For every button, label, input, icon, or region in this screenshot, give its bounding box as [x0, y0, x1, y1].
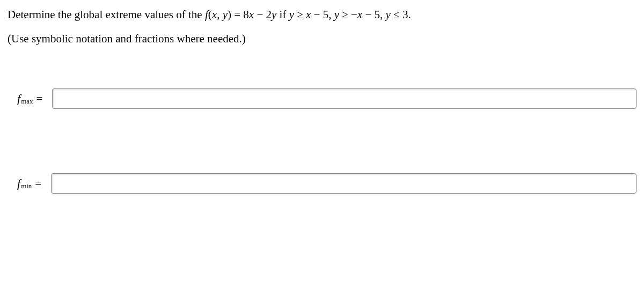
c2-y: y: [334, 8, 339, 21]
c2-ge: ≥ −: [339, 8, 357, 21]
c1-m5: − 5,: [311, 8, 334, 21]
fmin-f: f: [17, 176, 20, 190]
if-text: if: [276, 8, 289, 21]
term-x1: x: [249, 8, 254, 21]
paren-close: ): [228, 8, 231, 21]
paren-open: (: [208, 8, 212, 21]
c1-y: y: [289, 8, 294, 21]
question-prefix: Determine the global extreme values of t…: [8, 8, 205, 21]
fmax-equals: =: [36, 92, 43, 106]
fmin-sub: min: [21, 182, 32, 190]
c3-y: y: [386, 8, 391, 21]
equals-8: = 8: [231, 8, 249, 21]
fmax-label: fmax =: [17, 92, 42, 106]
term-y1: y: [272, 8, 276, 21]
fmin-row: fmin =: [8, 173, 636, 194]
c3-le: ≤ 3.: [391, 8, 411, 21]
fmin-equals: =: [35, 177, 41, 190]
minus-2: − 2: [254, 8, 272, 21]
question-text: Determine the global extreme values of t…: [8, 6, 636, 24]
fmin-label: fmin =: [17, 176, 41, 190]
c1-ge: ≥: [294, 8, 306, 21]
var-x: x: [212, 8, 217, 21]
fmax-f: f: [17, 92, 20, 106]
c2-x: x: [357, 8, 362, 21]
c2-m5: − 5,: [362, 8, 385, 21]
var-y: y: [223, 8, 228, 21]
comma: ,: [217, 8, 223, 21]
fmax-sub: max: [21, 97, 33, 106]
fmax-row: fmax =: [8, 88, 636, 109]
fmax-input[interactable]: [52, 88, 636, 109]
instruction-text: (Use symbolic notation and fractions whe…: [8, 32, 636, 46]
c1-x: x: [306, 8, 311, 21]
fmin-input[interactable]: [51, 173, 636, 194]
